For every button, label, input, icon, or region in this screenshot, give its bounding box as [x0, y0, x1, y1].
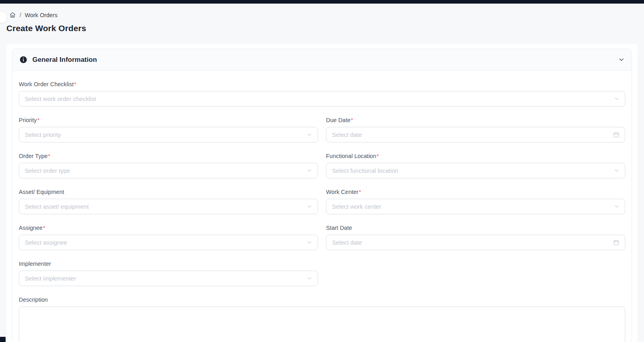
required-asterisk: * [359, 189, 361, 195]
work-order-checklist-label-text: Work Order Checklist [19, 81, 74, 87]
general-information-header[interactable]: General Information [12, 49, 632, 71]
work-center-select[interactable]: Select work center [326, 199, 625, 214]
chevron-down-icon [307, 132, 312, 137]
work-order-checklist-label: Work Order Checklist* [19, 80, 625, 88]
assignee-placeholder: Select assignee [25, 239, 304, 246]
start-date-label: Start Date [326, 224, 625, 232]
calendar-icon [613, 239, 619, 245]
sidebar-toggle-handle[interactable] [0, 11, 7, 23]
work-order-checklist-select[interactable]: Select work order checklist [19, 91, 625, 107]
form-card: General Information Work Order Checklist… [6, 44, 638, 342]
general-information-body: Work Order Checklist*Select work order c… [12, 71, 632, 342]
asset-equipment-placeholder: Select asset/ equipment [25, 203, 304, 210]
assignee-label-text: Assignee [19, 225, 43, 231]
breadcrumb-item-work-orders[interactable]: Work Orders [25, 12, 58, 18]
fields-grid: Work Order Checklist*Select work order c… [19, 80, 625, 342]
description-label-text: Description [19, 297, 48, 303]
functional-location-label: Functional Location* [326, 152, 625, 160]
work-center-label-text: Work Center [326, 189, 358, 195]
field-work-order-checklist: Work Order Checklist*Select work order c… [19, 80, 625, 107]
priority-label: Priority* [19, 116, 318, 124]
bottom-left-bar [0, 337, 6, 342]
due-date-label-text: Due Date [326, 117, 350, 123]
start-date-date-input[interactable]: Select date [326, 235, 625, 250]
home-icon[interactable] [9, 12, 16, 18]
field-implementer: ImplementerSelect implementer [19, 260, 318, 286]
field-work-center: Work Center*Select work center [326, 188, 625, 214]
order-type-select[interactable]: Select order type [19, 163, 318, 178]
order-type-label-text: Order Type [19, 153, 48, 159]
field-priority: Priority*Select priority [19, 116, 318, 142]
section-title: General Information [32, 56, 97, 64]
general-information-panel: General Information Work Order Checklist… [12, 49, 632, 342]
work-order-checklist-placeholder: Select work order checklist [25, 95, 611, 102]
assignee-label: Assignee* [19, 224, 318, 232]
implementer-select[interactable]: Select implementer [19, 271, 318, 286]
functional-location-select[interactable]: Select functional location [326, 163, 625, 178]
asset-equipment-label: Asset/ Equipment [19, 188, 318, 196]
chevron-down-icon[interactable] [618, 57, 624, 63]
priority-label-text: Priority [19, 117, 37, 123]
asset-equipment-label-text: Asset/ Equipment [19, 189, 64, 195]
due-date-date-input[interactable]: Select date [326, 127, 625, 142]
info-circle-icon [20, 56, 27, 63]
field-due-date: Due Date*Select date [326, 116, 625, 142]
order-type-placeholder: Select order type [25, 167, 304, 174]
due-date-label: Due Date* [326, 116, 625, 124]
required-asterisk: * [48, 153, 50, 159]
description-label: Description [19, 296, 625, 304]
priority-placeholder: Select priority [25, 131, 304, 138]
work-center-placeholder: Select work center [332, 203, 611, 210]
chevron-down-icon [614, 96, 619, 101]
field-assignee: Assignee*Select assignee [19, 224, 318, 250]
chevron-down-icon [307, 204, 312, 209]
start-date-label-text: Start Date [326, 225, 352, 231]
required-asterisk: * [377, 153, 379, 159]
field-functional-location: Functional Location*Select functional lo… [326, 152, 625, 178]
chevron-down-icon [307, 240, 312, 245]
order-type-label: Order Type* [19, 152, 318, 160]
required-asterisk: * [351, 117, 353, 123]
required-asterisk: * [74, 81, 77, 87]
chevron-down-icon [614, 168, 619, 173]
required-asterisk: * [37, 117, 40, 123]
calendar-icon [613, 132, 619, 138]
implementer-label-text: Implementer [19, 261, 51, 267]
page-title: Create Work Orders [6, 24, 86, 33]
functional-location-label-text: Functional Location [326, 153, 376, 159]
start-date-placeholder: Select date [332, 239, 610, 246]
chevron-down-icon [307, 276, 312, 281]
required-asterisk: * [43, 225, 46, 231]
field-order-type: Order Type*Select order type [19, 152, 318, 178]
implementer-placeholder: Select implementer [25, 275, 304, 282]
priority-select[interactable]: Select priority [19, 127, 318, 142]
functional-location-placeholder: Select functional location [332, 167, 611, 174]
field-description: Description [19, 296, 625, 342]
field-start-date: Start DateSelect date [326, 224, 625, 250]
asset-equipment-select[interactable]: Select asset/ equipment [19, 199, 318, 214]
due-date-placeholder: Select date [332, 131, 610, 138]
chevron-down-icon [614, 204, 619, 209]
assignee-select[interactable]: Select assignee [19, 235, 318, 250]
field-asset-equipment: Asset/ EquipmentSelect asset/ equipment [19, 188, 318, 214]
breadcrumb: / Work Orders [9, 12, 58, 18]
implementer-label: Implementer [19, 260, 318, 268]
work-center-label: Work Center* [326, 188, 625, 196]
top-bar [0, 0, 644, 4]
breadcrumb-separator: / [20, 12, 21, 18]
description-textarea[interactable] [19, 306, 625, 342]
chevron-down-icon [307, 168, 312, 173]
